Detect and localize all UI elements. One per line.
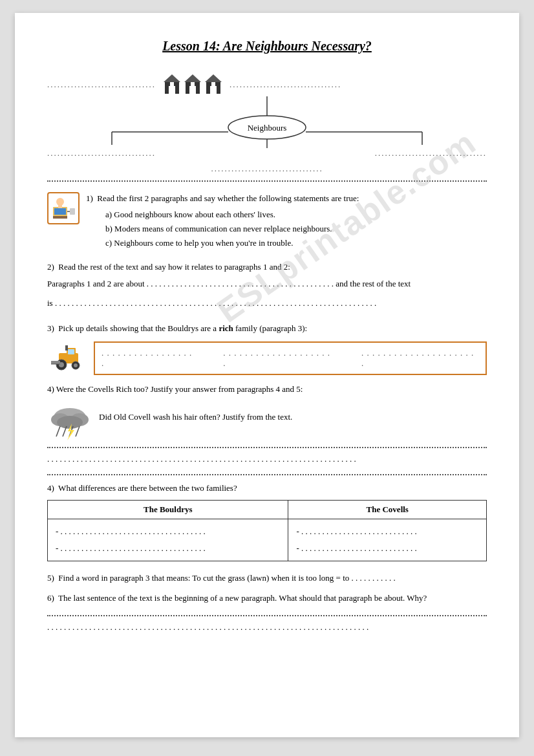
- q1-text: 1) Read the first 2 paragraphs and say w…: [86, 192, 359, 205]
- svg-line-41: [56, 426, 60, 437]
- tractor-svg: [47, 341, 86, 375]
- q1-content: 1) Read the first 2 paragraphs and say w…: [86, 192, 359, 250]
- table-header-covells: The Covells: [288, 500, 487, 519]
- svg-rect-23: [58, 205, 62, 208]
- q1-item-b: Moders means of communication can never …: [105, 222, 359, 236]
- q2-answer-line1: Paragraphs 1 and 2 are about . . . . . .…: [47, 275, 487, 292]
- house-icon-3: [204, 73, 223, 94]
- differences-table: The Bouldrys The Covells - . . . . . . .…: [47, 500, 487, 561]
- q2-text: 2) Read the rest of the text and say how…: [47, 261, 487, 274]
- svg-rect-21: [54, 208, 66, 215]
- q3-text: 3) Pick up details showing that the Boul…: [47, 322, 487, 335]
- dots-top-right: .................................: [230, 80, 341, 90]
- svg-marker-9: [205, 74, 222, 82]
- svg-point-22: [56, 198, 64, 206]
- table-cell-covells-1: - . . . . . . . . . . . . . . . . . . . …: [288, 519, 487, 561]
- q1-inline: 1) Read the first 2 paragraphs and say w…: [47, 192, 487, 250]
- q4a-text: 4) Were the Covells Rich too? Justify yo…: [47, 383, 487, 396]
- storm-svg: [47, 403, 92, 442]
- svg-text:Neighbours: Neighbours: [248, 123, 287, 133]
- q4b-dots: . . . . . . . . . . . . . . . . . . . . …: [47, 451, 487, 468]
- q6-text: 6) The last sentence of the text is the …: [47, 592, 487, 605]
- q4b-answer-line: [47, 447, 487, 448]
- question-5-block: 5) Find a word in paragraph 3 that means…: [47, 572, 487, 585]
- q3-answer-box: . . . . . . . . . . . . . . . . . . . . …: [94, 341, 487, 375]
- svg-rect-3: [170, 82, 174, 87]
- q3-answer-area: . . . . . . . . . . . . . . . . . . . . …: [47, 341, 487, 375]
- svg-marker-5: [184, 74, 201, 82]
- dots-center-bottom: .................................: [211, 164, 323, 173]
- person-svg: [49, 194, 78, 222]
- question-2-block: 2) Read the rest of the text and say how…: [47, 261, 487, 312]
- svg-rect-7: [191, 82, 195, 87]
- svg-rect-24: [53, 216, 67, 219]
- house-icon-2: [183, 73, 202, 94]
- q6-dots: . . . . . . . . . . . . . . . . . . . . …: [47, 619, 487, 636]
- q1-item-c: Neighbours come to help you when you're …: [105, 236, 359, 250]
- svg-rect-11: [211, 82, 215, 87]
- mind-map-top-row: ................................: [47, 73, 487, 96]
- table-row: - . . . . . . . . . . . . . . . . . . . …: [48, 519, 487, 561]
- svg-rect-30: [65, 345, 68, 351]
- person-illustration: [47, 192, 80, 224]
- dots-mid-right: .................................: [375, 148, 487, 158]
- page-title: Lesson 14: Are Neighbours Necessary?: [47, 39, 487, 54]
- dots-top-left: ................................: [47, 80, 156, 90]
- table-header-bouldrys: The Bouldrys: [48, 500, 288, 519]
- mind-map-lines-svg: Neighbours: [47, 96, 487, 148]
- q4-diff-text: 4) What differences are there between th…: [47, 482, 487, 495]
- house-icon-1: [162, 73, 182, 94]
- q1-item-a: Good neighbours know about each others' …: [105, 208, 359, 222]
- dots-mid-left: ................................: [47, 148, 156, 158]
- svg-rect-26: [70, 208, 75, 215]
- q5-text: 5) Find a word in paragraph 3 that means…: [47, 572, 487, 585]
- question-6-block: 6) The last sentence of the text is the …: [47, 592, 487, 605]
- worksheet-page: ESLprintable.com Lesson 14: Are Neighbou…: [15, 13, 519, 737]
- svg-marker-1: [164, 74, 180, 82]
- question-1-block: 1) Read the first 2 paragraphs and say w…: [47, 192, 487, 250]
- houses-icon: [162, 73, 223, 94]
- q1-person-icon: [47, 192, 80, 224]
- question-3-block: 3) Pick up details showing that the Boul…: [47, 322, 487, 375]
- q4b-text: Did Old Covell wash his hair often? Just…: [99, 403, 292, 424]
- question-4a-block: 4) Were the Covells Rich too? Justify yo…: [47, 383, 487, 396]
- q1-list: Good neighbours know about each others' …: [86, 208, 359, 250]
- svg-rect-35: [51, 361, 60, 364]
- q6-line1: [47, 615, 487, 616]
- mind-map: ................................: [47, 73, 487, 174]
- q3-dots-row: . . . . . . . . . . . . . . . . . . . . …: [101, 348, 479, 369]
- table-cell-bouldrys-1: - . . . . . . . . . . . . . . . . . . . …: [48, 519, 288, 561]
- divider-1: [47, 180, 487, 182]
- svg-rect-29: [68, 349, 74, 354]
- storm-section: Did Old Covell wash his hair often? Just…: [47, 403, 487, 442]
- question-4-diff-block: 4) What differences are there between th…: [47, 482, 487, 561]
- tractor-icon: [47, 341, 86, 375]
- q2-answer-line2: is . . . . . . . . . . . . . . . . . . .…: [47, 295, 487, 312]
- divider-2: [47, 474, 487, 475]
- svg-point-34: [74, 363, 78, 367]
- storm-icon: [47, 403, 92, 442]
